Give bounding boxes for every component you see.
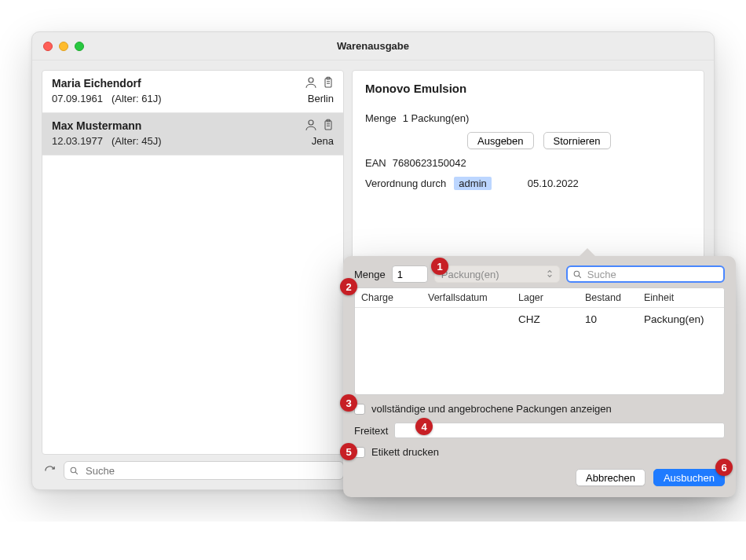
search-icon bbox=[69, 466, 79, 476]
stornieren-button[interactable]: Stornieren bbox=[543, 132, 611, 149]
search-icon bbox=[572, 269, 583, 280]
patient-name: Max Mustermann bbox=[52, 119, 334, 132]
annotation-6: 6 bbox=[715, 459, 733, 476]
cell-charge bbox=[355, 309, 422, 329]
stock-table-header: Charge Verfallsdatum Lager Bestand Einhe… bbox=[355, 288, 724, 308]
cell-exp bbox=[422, 309, 512, 329]
zoom-window-button[interactable] bbox=[75, 42, 84, 51]
patient-age: (Alter: 61J) bbox=[112, 93, 162, 104]
patient-list: Maria Eichendorf 07.09.1961 (Alter: 61J)… bbox=[42, 70, 344, 455]
col-bestand[interactable]: Bestand bbox=[579, 288, 638, 307]
svg-point-10 bbox=[71, 467, 76, 473]
annotation-4: 4 bbox=[415, 418, 433, 435]
patient-dob: 12.03.1977 bbox=[52, 135, 103, 147]
col-lager[interactable]: Lager bbox=[512, 288, 579, 307]
col-charge[interactable]: Charge bbox=[355, 288, 422, 307]
traffic-lights bbox=[43, 42, 84, 51]
clipboard-icon[interactable] bbox=[321, 75, 335, 90]
cell-einheit: Packung(en) bbox=[638, 309, 724, 329]
close-window-button[interactable] bbox=[43, 42, 53, 51]
patient-age: (Alter: 45J) bbox=[112, 135, 162, 147]
menge-value: 1 Packung(en) bbox=[403, 112, 470, 124]
patient-city: Berlin bbox=[308, 93, 334, 104]
popover-search[interactable]: Suche bbox=[566, 265, 725, 283]
annotation-3: 3 bbox=[340, 394, 357, 412]
clipboard-icon[interactable] bbox=[321, 118, 335, 132]
print-label-text: Etikett drucken bbox=[371, 446, 439, 458]
patient-list-footer bbox=[42, 461, 344, 480]
patient-search-input[interactable] bbox=[84, 464, 338, 478]
patient-panel: Maria Eichendorf 07.09.1961 (Alter: 61J)… bbox=[42, 70, 344, 480]
patient-row-icons bbox=[304, 75, 335, 90]
annotation-2: 2 bbox=[340, 278, 357, 295]
patient-row-icons bbox=[304, 118, 335, 132]
refresh-button[interactable] bbox=[42, 463, 57, 478]
chevron-updown-icon bbox=[547, 269, 553, 280]
unit-select[interactable]: Packung(en) bbox=[434, 265, 560, 283]
show-partial-label: vollständige und angebrochene Packungen … bbox=[371, 403, 612, 415]
popover-menge-label: Menge bbox=[354, 269, 386, 280]
patient-search[interactable] bbox=[64, 461, 344, 480]
patient-meta: 07.09.1961 (Alter: 61J) bbox=[52, 93, 334, 104]
patient-name: Maria Eichendorf bbox=[52, 77, 334, 90]
popover-search-placeholder: Suche bbox=[587, 269, 616, 280]
app-window: Warenausgabe Maria Eichendorf 07.09.1961… bbox=[31, 31, 715, 490]
person-icon[interactable] bbox=[304, 75, 318, 90]
svg-point-5 bbox=[309, 120, 313, 125]
ausgeben-button[interactable]: Ausgeben bbox=[467, 132, 534, 149]
patient-row[interactable]: Max Mustermann 12.03.1977 (Alter: 45J) J… bbox=[42, 113, 343, 156]
cell-lager: CHZ bbox=[512, 309, 579, 329]
patient-city: Jena bbox=[312, 135, 334, 147]
cell-bestand: 10 bbox=[579, 309, 638, 329]
menge-label: Menge bbox=[365, 112, 397, 124]
patient-dob: 07.09.1961 bbox=[52, 93, 103, 104]
svg-point-12 bbox=[574, 271, 580, 276]
window-title: Warenausgabe bbox=[32, 40, 714, 52]
cancel-button[interactable]: Abbrechen bbox=[576, 469, 645, 486]
person-icon[interactable] bbox=[304, 118, 318, 132]
ausbuchen-button[interactable]: Ausbuchen bbox=[653, 469, 725, 486]
verordnung-date: 05.10.2022 bbox=[528, 178, 579, 189]
svg-line-13 bbox=[579, 276, 581, 278]
patient-meta: 12.03.1977 (Alter: 45J) bbox=[52, 135, 334, 147]
product-name: Monovo Emulsion bbox=[365, 82, 691, 95]
unit-select-placeholder: Packung(en) bbox=[441, 269, 499, 280]
popover-arrow-icon bbox=[579, 248, 596, 257]
col-einheit[interactable]: Einheit bbox=[638, 288, 724, 307]
patient-row[interactable]: Maria Eichendorf 07.09.1961 (Alter: 61J)… bbox=[42, 71, 343, 113]
stock-table: Charge Verfallsdatum Lager Bestand Einhe… bbox=[354, 287, 725, 395]
minimize-window-button[interactable] bbox=[59, 42, 68, 51]
verordnung-by[interactable]: admin bbox=[454, 177, 491, 190]
svg-point-0 bbox=[309, 78, 313, 82]
stock-table-body: CHZ 10 Packung(en) bbox=[355, 308, 724, 394]
freitext-label: Freitext bbox=[354, 425, 388, 437]
freitext-input[interactable] bbox=[394, 423, 725, 438]
annotation-5: 5 bbox=[340, 443, 357, 460]
titlebar: Warenausgabe bbox=[32, 32, 714, 60]
dispense-popover: Menge Packung(en) Suche Charge Verfallsd… bbox=[343, 256, 736, 497]
col-exp[interactable]: Verfallsdatum bbox=[422, 288, 512, 307]
ean-value: 7680623150042 bbox=[393, 157, 466, 169]
verordnung-label: Verordnung durch bbox=[365, 178, 446, 189]
stock-row[interactable]: CHZ 10 Packung(en) bbox=[355, 308, 724, 329]
annotation-1: 1 bbox=[431, 258, 448, 275]
svg-line-11 bbox=[75, 472, 78, 474]
ean-label: EAN bbox=[365, 157, 386, 169]
quantity-input[interactable] bbox=[392, 265, 428, 283]
